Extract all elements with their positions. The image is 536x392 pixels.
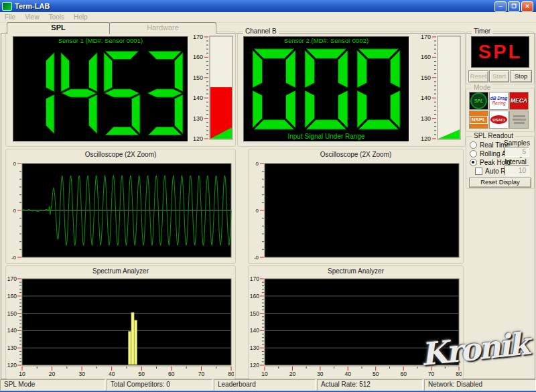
svg-text:150: 150 [250, 310, 259, 317]
close-button[interactable]: ✕ [521, 1, 533, 12]
channel-a-panel: Channel A Sensor 1 (MD#: Sensor 0001) 12… [5, 31, 236, 147]
svg-text:30: 30 [78, 371, 85, 377]
svg-text:60: 60 [400, 371, 407, 377]
mode-logo-nspl[interactable]: NSPL [469, 111, 488, 129]
svg-text:130: 130 [250, 344, 259, 351]
status-actual-rate: Actual Rate: 512 [317, 379, 423, 391]
menu-view[interactable]: View [25, 13, 40, 21]
svg-text:30: 30 [317, 371, 324, 377]
tab-spl[interactable]: SPL [7, 22, 110, 34]
svg-text:130: 130 [421, 115, 431, 122]
real-time-radio[interactable] [470, 141, 477, 149]
svg-text:50: 50 [139, 371, 145, 377]
channel-a-display: Sensor 1 (MD#: Sensor 0001) [13, 36, 188, 142]
spectrum-b-title: Spectrum Analyzer [249, 266, 463, 276]
menu-help[interactable]: Help [74, 13, 88, 21]
channel-b-under-range-label: Input Signal Under Range [244, 133, 409, 141]
svg-text:20: 20 [49, 371, 56, 377]
channel-a-oscilloscope-panel: Oscilloscope (2X Zoom) 00-0 [5, 149, 236, 264]
spectrum-a-plot: 1201301401501601701020304050607080 [7, 276, 234, 377]
interval-label: Interval [505, 158, 527, 166]
svg-text:140: 140 [7, 327, 17, 334]
mode-logo-usaci[interactable]: USACi [489, 111, 509, 129]
svg-text:0: 0 [13, 161, 17, 167]
gray-logo-bar [513, 119, 526, 121]
svg-text:0: 0 [256, 161, 259, 167]
mode-logo-db-drag[interactable]: dB Drag Racing [489, 92, 509, 110]
channel-a-spectrum-panel: Spectrum Analyzer 1201301401501601701020… [5, 265, 236, 379]
samples-input[interactable]: 5 [505, 147, 529, 157]
svg-text:0: 0 [13, 208, 17, 214]
channel-b-panel: Channel B Sensor 2 (MD#: Sensor 0002) In… [237, 31, 466, 147]
timer-label: Timer [472, 27, 492, 35]
svg-text:40: 40 [109, 371, 115, 377]
restore-button[interactable]: ❐ [508, 1, 520, 12]
status-leaderboard: Leaderboard [214, 379, 316, 391]
start-button[interactable]: Start [489, 70, 509, 82]
menu-file[interactable]: File [5, 13, 15, 21]
svg-text:20: 20 [289, 371, 296, 377]
status-total-competitors: Total Competitors: 0 [107, 379, 212, 391]
svg-text:150: 150 [7, 310, 17, 317]
svg-text:-0: -0 [11, 255, 17, 261]
app-window: Term-LAB ─ ❐ ✕ File View Tools Help SPL … [0, 0, 536, 392]
svg-text:80: 80 [456, 371, 462, 377]
svg-text:160: 160 [193, 54, 203, 60]
status-spl-mode: SPL Mode [0, 379, 105, 391]
spectrum-a-title: Spectrum Analyzer [6, 266, 235, 276]
svg-text:150: 150 [421, 74, 431, 81]
svg-text:130: 130 [7, 344, 17, 351]
gray-logo-bar [513, 115, 525, 117]
svg-text:140: 140 [421, 94, 431, 101]
menu-bar: File View Tools Help [0, 12, 536, 23]
interval-input[interactable]: 10 [505, 166, 529, 176]
svg-text:120: 120 [193, 135, 203, 142]
titlebar: Term-LAB ─ ❐ ✕ [0, 0, 536, 12]
svg-text:160: 160 [421, 54, 431, 60]
channel-a-sensor-label: Sensor 1 (MD#: Sensor 0001) [13, 37, 188, 45]
reset-display-button[interactable]: Reset Display [469, 178, 531, 188]
mode-logo-meca[interactable]: MECA [509, 92, 529, 110]
svg-text:120: 120 [250, 362, 259, 369]
spl-readout-label: SPL Readout [472, 132, 515, 139]
app-icon [2, 2, 12, 11]
svg-text:130: 130 [193, 115, 203, 122]
status-network: Network: Disabled [424, 379, 536, 391]
timer-display: SPL [471, 36, 529, 68]
channel-a-value [13, 45, 188, 141]
peak-hold-radio[interactable] [470, 159, 477, 166]
oscilloscope-b-plot: 00-0 [250, 161, 462, 261]
channel-b-value [244, 45, 409, 133]
mode-panel: Mode SPL dB Drag Racing MECA NSPL USACi [466, 88, 535, 132]
mode-logo-spl[interactable]: SPL [469, 92, 488, 110]
reset-button[interactable]: Reset [468, 70, 488, 82]
channel-b-sensor-label: Sensor 2 (MD#: Sensor 0002) [244, 37, 409, 45]
minimize-button[interactable]: ─ [494, 1, 507, 12]
menu-tools[interactable]: Tools [49, 13, 64, 21]
timer-panel: Timer SPL Reset Start Stop [466, 31, 535, 84]
svg-text:70: 70 [198, 371, 205, 377]
tab-hardware[interactable]: Hardware [109, 22, 216, 34]
svg-text:50: 50 [373, 371, 379, 377]
svg-text:120: 120 [421, 135, 431, 142]
channel-b-label: Channel B [243, 27, 279, 35]
channel-b-display: Sensor 2 (MD#: Sensor 0002) Input Signal… [243, 36, 409, 142]
samples-label: Samples [504, 139, 530, 147]
auto-reset-checkbox[interactable] [475, 168, 482, 175]
svg-text:60: 60 [168, 371, 175, 377]
status-bar: SPL Mode Total Competitors: 0 Leaderboar… [0, 379, 536, 391]
svg-text:80: 80 [228, 371, 234, 377]
svg-text:140: 140 [193, 94, 203, 101]
stop-button[interactable]: Stop [510, 70, 532, 82]
oscilloscope-a-plot: 00-0 [7, 161, 234, 261]
svg-text:10: 10 [19, 371, 25, 377]
rolling-average-radio[interactable] [470, 150, 477, 157]
oscilloscope-a-title: Oscilloscope (2X Zoom) [6, 149, 235, 159]
svg-text:120: 120 [7, 362, 17, 369]
svg-text:-0: -0 [254, 255, 259, 261]
channel-a-meter: 120130140150160170 [191, 33, 234, 143]
svg-text:160: 160 [7, 293, 17, 300]
spl-readout-panel: SPL Readout Real Time Rolling Average Pe… [466, 136, 535, 189]
mode-logo-gray[interactable] [509, 111, 529, 129]
svg-text:150: 150 [193, 74, 203, 81]
